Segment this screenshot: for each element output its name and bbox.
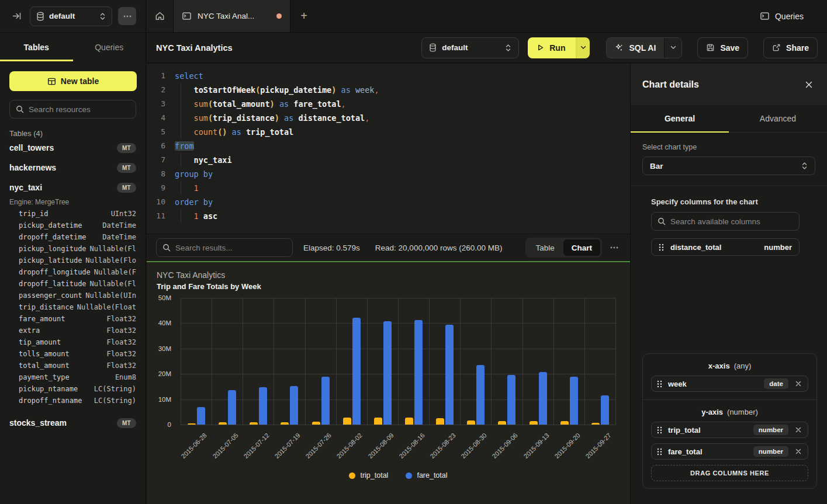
chart-type-value: Bar (650, 162, 801, 171)
column-name: dropoff_datetime (19, 233, 86, 245)
close-panel-button[interactable] (802, 78, 815, 91)
fare_total-bar (321, 377, 330, 425)
legend-item-trip_total[interactable]: trip_total (349, 471, 388, 479)
table-name: hackernews (9, 163, 117, 172)
chart-type-select[interactable]: Bar (642, 157, 815, 175)
remove-column-button[interactable] (794, 426, 802, 434)
legend-item-fare_total[interactable]: fare_total (406, 471, 447, 479)
chart-type-label: Select chart type (642, 143, 815, 151)
page-title: NYC Taxi Analytics (156, 43, 233, 53)
chevron-down-icon (580, 46, 586, 50)
x-tick-label: 2015-08-09 (366, 432, 395, 460)
x-axis-item-week[interactable]: week date (651, 376, 808, 392)
tab-nyc-taxi-analytics[interactable]: NYC Taxi Anal... (174, 0, 290, 32)
line-number: 9 (153, 181, 165, 195)
sql-ai-options-button[interactable] (664, 38, 681, 58)
x-tick-label: 2015-09-13 (522, 432, 550, 460)
collapse-sidebar-button[interactable] (9, 9, 24, 23)
table-item-cell-towers[interactable]: cell_towers MT (9, 138, 136, 158)
results-more-button[interactable] (608, 244, 621, 251)
y-axis-item-fare-total[interactable]: fare_total number (651, 443, 808, 460)
available-column-distance-total[interactable]: distance_total number (651, 238, 800, 256)
column-type: Float32 (106, 326, 136, 338)
table-item-nyc-taxi[interactable]: nyc_taxi MT (9, 178, 136, 197)
trip_total-bar (498, 421, 506, 425)
save-button[interactable]: Save (697, 37, 748, 58)
column-type: UInt32 (111, 210, 136, 221)
table-item-hackernews[interactable]: hackernews MT (9, 158, 136, 178)
run-options-button[interactable] (576, 37, 590, 58)
legend-dot (349, 472, 355, 479)
table-engine-label: Engine: MergeTree (9, 198, 136, 206)
line-number: 11 (153, 209, 165, 223)
share-button[interactable]: Share (763, 37, 818, 58)
column-name: trip_distance (19, 303, 74, 315)
columns-search-input[interactable] (670, 217, 793, 226)
x-tick-label: 2015-08-16 (397, 432, 425, 460)
table-column-row: dropoff_datetimeDateTime (9, 233, 136, 245)
remove-column-button[interactable] (794, 447, 802, 456)
sidebar-more-button[interactable] (118, 7, 136, 25)
table-item-stocks-stream[interactable]: stocks_stream MT (9, 413, 136, 433)
specify-columns-label: Specify columns for the chart (651, 197, 815, 206)
header-database-selector[interactable]: default (421, 37, 519, 58)
drag-columns-dropzone[interactable]: DRAG COLUMNS HERE (651, 465, 808, 481)
trip_total-bar (530, 421, 538, 425)
y-axis-title: y-axis (701, 408, 723, 416)
trip_total-bar (591, 423, 600, 425)
x-axis-qualifier: (any) (734, 362, 752, 370)
more-horizontal-icon (610, 246, 618, 249)
view-toggle-table[interactable]: Table (527, 239, 563, 256)
sidebar-tab-queries[interactable]: Queries (73, 33, 146, 61)
chart-category-cell (306, 298, 337, 425)
home-button[interactable] (147, 0, 174, 32)
database-name: default (442, 43, 500, 52)
column-type: Nullable(UIn (85, 291, 136, 303)
x-tick-label: 2015-07-19 (273, 432, 301, 460)
code-line: 2 toStartOfWeek(pickup_datetime) as week… (153, 83, 630, 97)
x-axis-header: x-axis (any) (643, 354, 816, 376)
trip_total-bar (467, 420, 475, 425)
save-icon (706, 43, 715, 52)
code-text: 1 (175, 181, 199, 195)
legend-label: trip_total (360, 471, 388, 479)
chevron-updown-icon (801, 162, 808, 170)
query-tab-icon (182, 11, 192, 21)
table-column-row: pickup_datetimeDateTime (9, 221, 136, 233)
chart-y-axis-labels: 50M40M30M20M10M0 (147, 298, 176, 425)
sidebar-search[interactable] (9, 100, 136, 119)
queries-link[interactable]: Queries (760, 0, 827, 32)
queries-label: Queries (775, 12, 804, 21)
read-stat: Read: 20,000,000 rows (260.00 MB) (375, 244, 503, 252)
sidebar-search-input[interactable] (29, 105, 130, 114)
table-name: cell_towers (9, 143, 117, 152)
drag-handle-icon (657, 426, 662, 434)
sql-console-app: default Tables Queries New table Tables … (0, 0, 827, 504)
y-axis-item-trip-total[interactable]: trip_total number (651, 422, 808, 438)
sql-editor[interactable]: 1select2 toStartOfWeek(pickup_datetime) … (147, 64, 630, 234)
panel-tab-general[interactable]: General (631, 105, 729, 132)
results-search[interactable] (156, 238, 293, 257)
database-icon (429, 43, 437, 52)
sidebar-tab-tables[interactable]: Tables (0, 33, 73, 61)
remove-column-button[interactable] (794, 380, 802, 388)
sidebar-database-selector[interactable]: default (30, 6, 112, 26)
column-name: tolls_amount (19, 350, 70, 362)
code-line: 5 count() as trip_total (153, 125, 630, 139)
results-search-input[interactable] (175, 244, 286, 252)
sql-ai-button-group: SQL AI (606, 37, 682, 58)
x-tick-label: 2015-08-30 (460, 432, 488, 460)
columns-search[interactable] (651, 212, 800, 231)
new-tab-button[interactable]: + (290, 0, 317, 32)
new-table-label: New table (61, 77, 99, 86)
drag-handle-icon (657, 448, 662, 456)
x-tick-label: 2015-08-23 (429, 432, 457, 460)
view-toggle-chart[interactable]: Chart (563, 239, 600, 256)
run-button[interactable]: Run (528, 37, 576, 58)
table-column-row: dropoff_latitudeNullable(Fl (9, 280, 136, 291)
table-column-row: total_amountFloat32 (9, 362, 136, 373)
new-table-button[interactable]: New table (9, 71, 137, 91)
x-axis-title: x-axis (708, 362, 730, 370)
sql-ai-button[interactable]: SQL AI (607, 38, 664, 58)
panel-tab-advanced[interactable]: Advanced (729, 105, 827, 132)
